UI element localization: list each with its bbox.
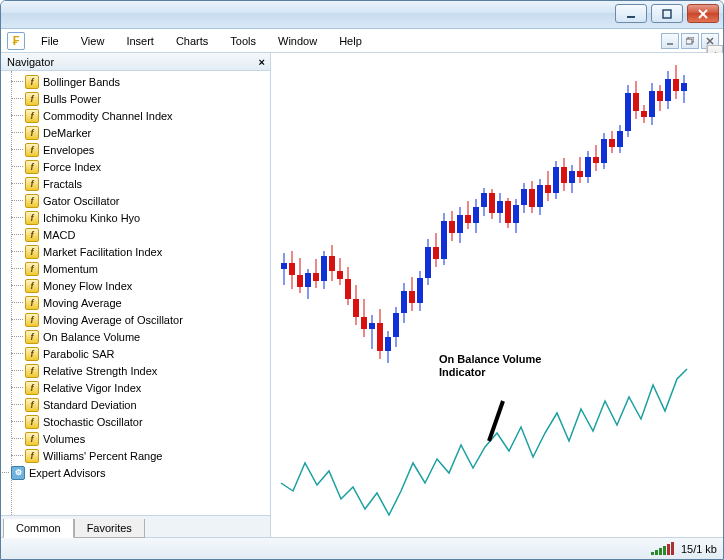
restore-icon bbox=[686, 37, 694, 45]
indicator-item[interactable]: fRelative Strength Index bbox=[25, 362, 270, 379]
close-button[interactable] bbox=[687, 4, 719, 23]
indicator-item[interactable]: fOn Balance Volume bbox=[25, 328, 270, 345]
indicator-label: On Balance Volume bbox=[43, 331, 140, 343]
menu-view[interactable]: View bbox=[71, 32, 115, 50]
minimize-icon bbox=[626, 9, 636, 19]
mdi-restore[interactable] bbox=[681, 33, 699, 49]
svg-rect-34 bbox=[369, 323, 375, 329]
menu-file[interactable]: File bbox=[31, 32, 69, 50]
minimize-button[interactable] bbox=[615, 4, 647, 23]
svg-rect-84 bbox=[569, 171, 575, 183]
svg-rect-102 bbox=[641, 111, 647, 117]
status-transfer: 15/1 kb bbox=[681, 543, 717, 555]
indicator-item[interactable]: fWilliams' Percent Range bbox=[25, 447, 270, 464]
indicator-label: Force Index bbox=[43, 161, 101, 173]
svg-rect-58 bbox=[465, 215, 471, 223]
svg-rect-74 bbox=[529, 189, 535, 207]
svg-rect-6 bbox=[686, 39, 692, 44]
svg-rect-56 bbox=[457, 215, 463, 233]
indicator-item[interactable]: fMomentum bbox=[25, 260, 270, 277]
navigator-tree[interactable]: fBollinger BandsfBulls PowerfCommodity C… bbox=[1, 71, 270, 515]
indicator-item[interactable]: fVolumes bbox=[25, 430, 270, 447]
indicator-item[interactable]: fIchimoku Kinko Hyo bbox=[25, 209, 270, 226]
indicator-label: Gator Oscillator bbox=[43, 195, 119, 207]
indicator-label: Momentum bbox=[43, 263, 98, 275]
svg-rect-54 bbox=[449, 221, 455, 233]
svg-rect-22 bbox=[321, 256, 327, 281]
indicator-item[interactable]: fEnvelopes bbox=[25, 141, 270, 158]
indicator-label: Bulls Power bbox=[43, 93, 101, 105]
svg-rect-94 bbox=[609, 139, 615, 147]
indicator-item[interactable]: fForce Index bbox=[25, 158, 270, 175]
indicator-item[interactable]: fMoving Average of Oscillator bbox=[25, 311, 270, 328]
navigator-close[interactable]: × bbox=[256, 56, 268, 68]
svg-rect-112 bbox=[681, 83, 687, 91]
app-icon: ₣ bbox=[7, 32, 25, 50]
indicator-icon: f bbox=[25, 109, 39, 123]
indicator-item[interactable]: fMoving Average bbox=[25, 294, 270, 311]
indicator-icon: f bbox=[25, 143, 39, 157]
indicator-item[interactable]: fStandard Deviation bbox=[25, 396, 270, 413]
titlebar[interactable] bbox=[1, 1, 723, 29]
indicator-label: Commodity Channel Index bbox=[43, 110, 173, 122]
svg-rect-50 bbox=[433, 247, 439, 259]
svg-rect-36 bbox=[377, 323, 383, 351]
maximize-icon bbox=[662, 9, 672, 19]
mdi-minimize[interactable] bbox=[661, 33, 679, 49]
menu-window[interactable]: Window bbox=[268, 32, 327, 50]
indicator-label: Fractals bbox=[43, 178, 82, 190]
close-icon bbox=[698, 9, 708, 19]
indicator-label: Williams' Percent Range bbox=[43, 450, 162, 462]
chart-svg bbox=[271, 53, 723, 537]
menubar: ₣ File View Insert Charts Tools Window H… bbox=[1, 29, 723, 53]
indicator-item[interactable]: fRelative Vigor Index bbox=[25, 379, 270, 396]
svg-rect-28 bbox=[345, 279, 351, 299]
tab-common[interactable]: Common bbox=[3, 519, 74, 538]
svg-rect-46 bbox=[417, 278, 423, 303]
svg-rect-18 bbox=[305, 273, 311, 287]
indicator-item[interactable]: fMACD bbox=[25, 226, 270, 243]
tab-favorites[interactable]: Favorites bbox=[74, 519, 145, 538]
svg-rect-44 bbox=[409, 291, 415, 303]
menu-charts[interactable]: Charts bbox=[166, 32, 218, 50]
minimize-icon bbox=[666, 37, 674, 45]
indicator-icon: f bbox=[25, 381, 39, 395]
svg-rect-52 bbox=[441, 221, 447, 259]
indicator-label: Bollinger Bands bbox=[43, 76, 120, 88]
svg-rect-76 bbox=[537, 185, 543, 207]
indicator-item[interactable]: fMoney Flow Index bbox=[25, 277, 270, 294]
indicator-item[interactable]: fCommodity Channel Index bbox=[25, 107, 270, 124]
indicator-label: Volumes bbox=[43, 433, 85, 445]
maximize-button[interactable] bbox=[651, 4, 683, 23]
svg-rect-60 bbox=[473, 207, 479, 223]
indicator-label: Moving Average of Oscillator bbox=[43, 314, 183, 326]
svg-rect-110 bbox=[673, 79, 679, 91]
menu-help[interactable]: Help bbox=[329, 32, 372, 50]
indicator-item[interactable]: fGator Oscillator bbox=[25, 192, 270, 209]
indicator-item[interactable]: fMarket Facilitation Index bbox=[25, 243, 270, 260]
svg-rect-80 bbox=[553, 167, 559, 193]
indicator-item[interactable]: fFractals bbox=[25, 175, 270, 192]
indicator-icon: f bbox=[25, 432, 39, 446]
connection-icon bbox=[651, 542, 675, 555]
indicator-label: Money Flow Index bbox=[43, 280, 132, 292]
indicator-item[interactable]: fStochastic Oscillator bbox=[25, 413, 270, 430]
svg-rect-88 bbox=[585, 157, 591, 177]
svg-rect-62 bbox=[481, 193, 487, 207]
menu-insert[interactable]: Insert bbox=[116, 32, 164, 50]
svg-rect-14 bbox=[289, 263, 295, 275]
svg-rect-100 bbox=[633, 93, 639, 111]
menu-tools[interactable]: Tools bbox=[220, 32, 266, 50]
svg-rect-24 bbox=[329, 256, 335, 271]
indicator-item[interactable]: fDeMarker bbox=[25, 124, 270, 141]
indicator-label: Parabolic SAR bbox=[43, 348, 115, 360]
expert-advisors-item[interactable]: ⚙Expert Advisors bbox=[11, 464, 270, 481]
svg-rect-92 bbox=[601, 139, 607, 163]
indicator-item[interactable]: fParabolic SAR bbox=[25, 345, 270, 362]
svg-rect-86 bbox=[577, 171, 583, 177]
chart-area[interactable]: On Balance Volume Indicator bbox=[271, 53, 723, 537]
indicator-item[interactable]: fBulls Power bbox=[25, 90, 270, 107]
indicator-item[interactable]: fBollinger Bands bbox=[25, 73, 270, 90]
svg-rect-66 bbox=[497, 201, 503, 213]
indicator-icon: f bbox=[25, 449, 39, 463]
